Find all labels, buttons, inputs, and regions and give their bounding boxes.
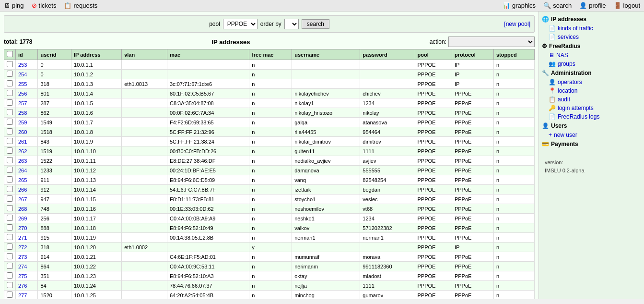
row-checkbox[interactable] bbox=[4, 89, 16, 98]
sidebar-item-new-user[interactable]: + new user bbox=[541, 131, 642, 139]
row-checkbox[interactable] bbox=[4, 156, 16, 166]
action-select[interactable] bbox=[448, 36, 535, 47]
row-free-mac: n bbox=[249, 281, 292, 291]
row-mac: 00:24:1D:BF:AE:E5 bbox=[167, 166, 249, 175]
select-all-checkbox[interactable] bbox=[4, 49, 16, 60]
order-by-select[interactable] bbox=[284, 19, 299, 29]
table-row: 253 0 10.0.1.1 n PPPOE IP n bbox=[4, 60, 535, 70]
id-link[interactable]: 263 bbox=[18, 158, 27, 164]
row-username: gulten11 bbox=[292, 146, 360, 156]
id-link[interactable]: 264 bbox=[18, 168, 27, 173]
sidebar-item-services[interactable]: 📄 services bbox=[541, 33, 642, 41]
sidebar-item-kinds-of-traffic[interactable]: 📄 kinds of traffic bbox=[541, 24, 642, 33]
id-link[interactable]: 273 bbox=[18, 254, 27, 260]
tickets-nav[interactable]: ⊘ tickets bbox=[32, 2, 57, 9]
id-link[interactable]: 255 bbox=[18, 81, 27, 87]
row-checkbox[interactable] bbox=[4, 195, 16, 204]
sidebar-item-nas[interactable]: 🖥 NAS bbox=[541, 51, 642, 60]
id-link[interactable]: 274 bbox=[18, 264, 27, 269]
row-protocol: PPPoE bbox=[452, 146, 493, 156]
id-link[interactable]: 271 bbox=[18, 235, 27, 241]
row-checkbox[interactable] bbox=[4, 79, 16, 89]
id-link[interactable]: 275 bbox=[18, 273, 27, 279]
row-checkbox[interactable] bbox=[4, 175, 16, 185]
row-pool: PPPOE bbox=[415, 271, 452, 281]
row-checkbox[interactable] bbox=[4, 214, 16, 223]
row-stopped: n bbox=[493, 79, 534, 89]
ping-nav[interactable]: 🖥 ping bbox=[4, 2, 24, 9]
search-nav[interactable]: 🔍 search bbox=[543, 2, 572, 9]
freeradius-label: FreeRadius bbox=[549, 43, 580, 49]
profile-nav[interactable]: 👤 profile bbox=[579, 2, 606, 9]
row-checkbox[interactable] bbox=[4, 233, 16, 243]
row-checkbox[interactable] bbox=[4, 98, 16, 108]
id-link[interactable]: 254 bbox=[18, 72, 27, 77]
id-link[interactable]: 269 bbox=[18, 216, 27, 221]
row-checkbox[interactable] bbox=[4, 127, 16, 137]
row-id: 277 bbox=[16, 291, 38, 300]
id-link[interactable]: 277 bbox=[18, 292, 27, 298]
new-pool-link[interactable]: [new pool] bbox=[504, 21, 530, 27]
sidebar-item-login-attempts[interactable]: 🔑 login attempts bbox=[541, 104, 642, 112]
row-checkbox[interactable] bbox=[4, 185, 16, 195]
id-link[interactable]: 262 bbox=[18, 148, 27, 154]
row-checkbox[interactable] bbox=[4, 146, 16, 156]
sidebar-item-operators[interactable]: 👤 operators bbox=[541, 78, 642, 86]
row-protocol: PPPoE bbox=[452, 156, 493, 166]
row-checkbox[interactable] bbox=[4, 243, 16, 252]
row-checkbox[interactable] bbox=[4, 281, 16, 291]
col-id: id bbox=[16, 49, 38, 60]
ip-addresses-icon: 🌐 bbox=[542, 16, 549, 23]
search-button[interactable]: search bbox=[302, 19, 329, 29]
id-link[interactable]: 257 bbox=[18, 100, 27, 106]
row-ip: 10.0.1.11 bbox=[71, 156, 122, 166]
id-link[interactable]: 253 bbox=[18, 62, 27, 68]
id-link[interactable]: 270 bbox=[18, 225, 27, 231]
id-link[interactable]: 276 bbox=[18, 283, 27, 289]
sidebar-item-groups[interactable]: 👥 groups bbox=[541, 60, 642, 68]
graphics-nav[interactable]: 📊 graphics bbox=[503, 2, 536, 9]
checkbox-all[interactable] bbox=[7, 51, 13, 57]
row-password: 5712022382 bbox=[360, 223, 415, 233]
row-userid: 0 bbox=[38, 70, 71, 79]
requests-nav[interactable]: 📋 requests bbox=[64, 2, 97, 9]
row-checkbox[interactable] bbox=[4, 166, 16, 175]
sidebar-item-freeradius-logs[interactable]: 📄 FreeRadius logs bbox=[541, 112, 642, 121]
row-checkbox[interactable] bbox=[4, 60, 16, 70]
row-checkbox[interactable] bbox=[4, 252, 16, 262]
row-checkbox[interactable] bbox=[4, 262, 16, 271]
id-link[interactable]: 260 bbox=[18, 129, 27, 135]
sidebar-item-audit[interactable]: 📋 audit bbox=[541, 95, 642, 104]
id-link[interactable]: 259 bbox=[18, 120, 27, 125]
row-password bbox=[360, 243, 415, 252]
row-checkbox[interactable] bbox=[4, 108, 16, 118]
row-checkbox[interactable] bbox=[4, 118, 16, 127]
row-checkbox[interactable] bbox=[4, 204, 16, 214]
row-checkbox[interactable] bbox=[4, 223, 16, 233]
row-checkbox[interactable] bbox=[4, 137, 16, 146]
row-checkbox[interactable] bbox=[4, 70, 16, 79]
id-link[interactable]: 268 bbox=[18, 206, 27, 212]
id-link[interactable]: 267 bbox=[18, 196, 27, 202]
table-header: id userid IP address vlan mac free mac u… bbox=[4, 49, 535, 60]
row-mac: E8:94:F6:6C:D5:09 bbox=[167, 175, 249, 185]
row-vlan bbox=[122, 108, 167, 118]
row-protocol: PPPoE bbox=[452, 271, 493, 281]
row-free-mac: y bbox=[249, 243, 292, 252]
row-mac: 5C:FF:FF:21:38:24 bbox=[167, 137, 249, 146]
pool-select[interactable]: PPPOE bbox=[223, 19, 258, 29]
row-checkbox[interactable] bbox=[4, 291, 16, 300]
logout-nav[interactable]: 🚪 logout bbox=[614, 2, 640, 9]
new-user-label: new user bbox=[554, 132, 577, 138]
row-checkbox[interactable] bbox=[4, 271, 16, 281]
id-link[interactable]: 265 bbox=[18, 177, 27, 183]
id-link[interactable]: 266 bbox=[18, 187, 27, 193]
table-row: 276 84 10.0.1.24 78:44:76:66:07:37 n nej… bbox=[4, 281, 535, 291]
users-label: Users bbox=[551, 122, 567, 129]
id-link[interactable]: 258 bbox=[18, 110, 27, 116]
id-link[interactable]: 256 bbox=[18, 91, 27, 97]
sidebar-item-location[interactable]: 📍 location bbox=[541, 86, 642, 95]
row-free-mac: n bbox=[249, 291, 292, 300]
id-link[interactable]: 272 bbox=[18, 244, 27, 250]
id-link[interactable]: 261 bbox=[18, 139, 27, 145]
